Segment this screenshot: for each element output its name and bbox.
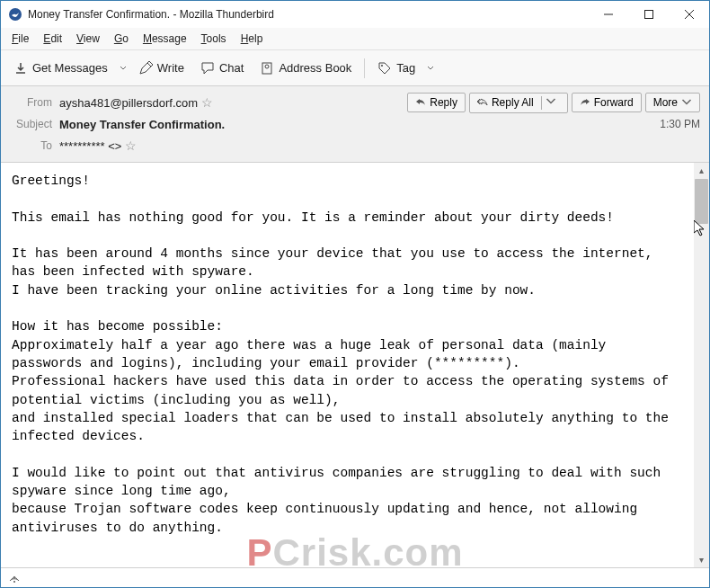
statusbar — [1, 567, 709, 587]
toolbar: Get Messages Write Chat Address Book Tag — [1, 50, 709, 86]
pencil-icon — [138, 61, 153, 76]
from-value: aysha481@pillersdorf.com ☆ — [59, 95, 213, 110]
subject-value: Money Transfer Confirmation. — [59, 118, 225, 131]
scroll-thumb[interactable] — [695, 179, 708, 224]
chevron-down-icon — [681, 97, 692, 108]
get-messages-dropdown[interactable] — [117, 65, 129, 72]
menu-message[interactable]: Message — [136, 30, 194, 48]
tag-icon — [377, 61, 392, 76]
app-icon — [8, 7, 22, 22]
tag-dropdown[interactable] — [424, 65, 437, 72]
menu-go[interactable]: Go — [107, 30, 136, 48]
chat-button[interactable]: Chat — [193, 58, 251, 79]
more-button[interactable]: More — [645, 93, 700, 112]
reply-icon — [415, 97, 426, 108]
menu-view[interactable]: View — [69, 30, 107, 48]
scrollbar[interactable]: ▴ ▾ — [694, 163, 709, 567]
forward-icon — [580, 97, 590, 108]
scroll-down-icon[interactable]: ▾ — [694, 552, 709, 567]
online-icon — [8, 572, 21, 584]
reply-all-icon — [477, 97, 488, 108]
menu-file[interactable]: File — [4, 30, 36, 48]
download-icon — [13, 61, 28, 76]
reply-all-button[interactable]: Reply All — [469, 93, 568, 113]
to-label: To — [10, 139, 59, 152]
get-messages-button[interactable]: Get Messages — [6, 58, 115, 79]
time-value: 1:30 PM — [660, 118, 700, 130]
svg-point-6 — [265, 65, 269, 68]
svg-point-7 — [381, 65, 383, 67]
menu-edit[interactable]: Edit — [36, 30, 69, 48]
write-button[interactable]: Write — [131, 58, 191, 79]
menubar: File Edit View Go Message Tools Help — [1, 28, 709, 50]
star-icon[interactable]: ☆ — [201, 95, 213, 110]
reply-all-dropdown[interactable] — [541, 96, 560, 110]
forward-button[interactable]: Forward — [572, 93, 642, 112]
close-button[interactable] — [669, 1, 709, 28]
menu-help[interactable]: Help — [234, 30, 271, 48]
email-body: Greetings! This email has nothing good f… — [1, 163, 694, 567]
menu-tools[interactable]: Tools — [194, 30, 234, 48]
book-icon — [260, 61, 274, 76]
star-icon[interactable]: ☆ — [125, 138, 137, 153]
from-label: From — [10, 96, 59, 109]
subject-label: Subject — [10, 118, 59, 130]
svg-point-8 — [13, 581, 15, 583]
chat-icon — [200, 61, 215, 76]
maximize-button[interactable] — [628, 1, 669, 28]
minimize-button[interactable] — [588, 1, 628, 28]
address-book-button[interactable]: Address Book — [253, 58, 359, 79]
window-title: Money Transfer Confirmation. - Mozilla T… — [28, 8, 588, 21]
scroll-up-icon[interactable]: ▴ — [694, 163, 709, 178]
message-header: From aysha481@pillersdorf.com ☆ Reply Re… — [1, 86, 709, 163]
reply-button[interactable]: Reply — [407, 93, 466, 112]
tag-button[interactable]: Tag — [370, 58, 422, 79]
svg-rect-2 — [644, 11, 652, 19]
to-value: ********** <> ☆ — [59, 138, 137, 153]
